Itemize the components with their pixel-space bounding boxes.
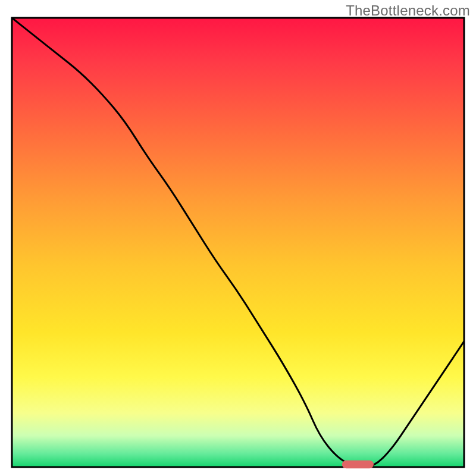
plot-area [12, 18, 464, 467]
gradient-background [12, 18, 464, 467]
optimum-marker [342, 461, 374, 469]
watermark-text: TheBottleneck.com [346, 2, 470, 19]
chart-container: { "watermark": "TheBottleneck.com", "cha… [0, 0, 476, 476]
bottleneck-chart [0, 0, 476, 476]
